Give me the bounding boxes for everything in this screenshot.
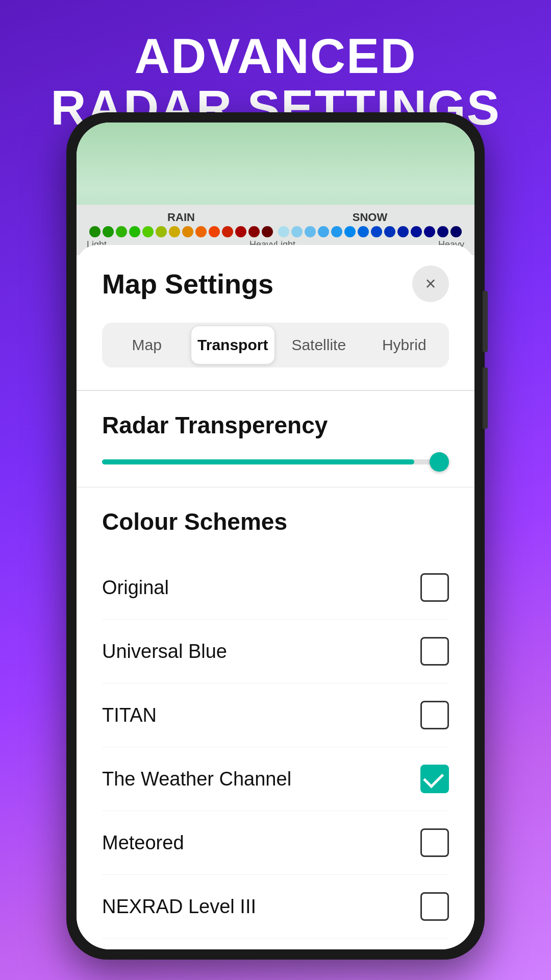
scheme-titan: TITAN — [102, 683, 449, 747]
slider-fill — [102, 459, 414, 464]
radar-transparency-section: Radar Transperency — [102, 411, 449, 464]
map-background: RAIN Light Heavy SNOW Light Heavy — [77, 122, 474, 255]
slider-thumb[interactable] — [430, 452, 449, 472]
scheme-nexrad: NEXRAD Level III — [102, 875, 449, 939]
modal-sheet: Map Settings × Map Transport Satellite H… — [77, 245, 474, 949]
scheme-weather-channel: The Weather Channel — [102, 747, 449, 811]
phone-device: RAIN Light Heavy SNOW Light Heavy — [66, 112, 485, 960]
tab-transport[interactable]: Transport — [191, 326, 276, 364]
tab-satellite[interactable]: Satellite — [277, 326, 361, 364]
scheme-universal-blue: Universal Blue — [102, 620, 449, 683]
checkbox-titan[interactable] — [420, 701, 449, 729]
side-button-mid — [483, 368, 488, 429]
snow-dots — [276, 226, 464, 237]
divider-1 — [77, 390, 474, 391]
checkbox-universal-blue[interactable] — [420, 637, 449, 666]
colour-schemes-title: Colour Schemes — [102, 508, 449, 535]
scheme-meteored: Meteored — [102, 811, 449, 875]
rain-dots — [87, 226, 276, 237]
slider-track[interactable] — [102, 459, 449, 464]
checkbox-weather-channel[interactable] — [420, 765, 449, 793]
checkbox-meteored[interactable] — [420, 828, 449, 857]
phone-screen: RAIN Light Heavy SNOW Light Heavy — [77, 122, 474, 949]
divider-2 — [77, 487, 474, 488]
checkbox-original[interactable] — [420, 573, 449, 602]
tab-map[interactable]: Map — [105, 326, 189, 364]
tab-bar: Map Transport Satellite Hybrid — [102, 323, 449, 368]
colour-schemes-section: Colour Schemes Original Universal Blue T… — [102, 508, 449, 949]
modal-title: Map Settings — [102, 268, 273, 300]
snow-legend: SNOW Light Heavy — [276, 211, 464, 250]
modal-header: Map Settings × — [102, 265, 449, 302]
scheme-original: Original — [102, 556, 449, 620]
radar-transparency-title: Radar Transperency — [102, 411, 449, 439]
tab-hybrid[interactable]: Hybrid — [363, 326, 446, 364]
side-button-top — [483, 291, 488, 352]
scheme-rainbow-selex: Rainbow @ SELEX-IS — [102, 939, 449, 949]
rain-legend: RAIN Light Heavy — [87, 211, 276, 250]
close-button[interactable]: × — [412, 265, 449, 302]
checkbox-nexrad[interactable] — [420, 892, 449, 921]
